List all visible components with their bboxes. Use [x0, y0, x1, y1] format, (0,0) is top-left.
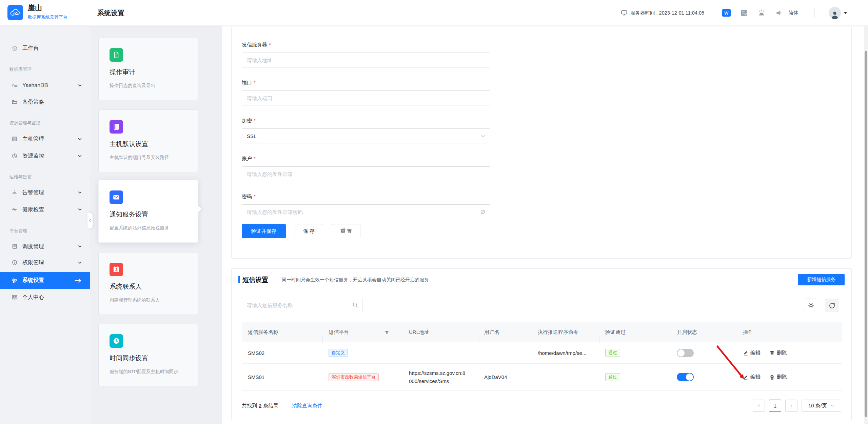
sliders-icon	[11, 278, 18, 284]
col-url: URL地址	[403, 329, 478, 336]
sidebar-item-permission-management[interactable]: 权限管理	[0, 255, 90, 271]
card-host-default-settings[interactable]: 主机默认设置 主机默认的端口号及安装路径	[98, 109, 198, 172]
cell-service-name: SMS02	[242, 350, 322, 356]
page-number-button[interactable]: 1	[769, 400, 781, 412]
card-operation-audit[interactable]: 操作审计 操作日志的查询及导出	[98, 38, 198, 100]
sidebar-item-host-management[interactable]: 主机管理	[0, 131, 90, 147]
sidebar-item-workbench[interactable]: 工作台	[0, 40, 90, 56]
verify-save-button[interactable]: 验证并保存	[242, 224, 286, 238]
cell-enabled	[671, 373, 737, 381]
sidebar-item-label: 工作台	[22, 45, 39, 52]
result-summary: 共找到 2 条结果	[242, 403, 278, 409]
sidebar-item-alert-management[interactable]: 告警管理	[0, 184, 90, 201]
col-actions: 操作	[737, 329, 842, 336]
enable-toggle[interactable]	[677, 349, 694, 357]
sidebar-item-resource-monitor[interactable]: 资源监控	[0, 148, 90, 164]
sidebar-item-personal-center[interactable]: 个人中心	[0, 289, 90, 305]
sidebar-item-system-settings[interactable]: 系统设置	[0, 272, 90, 289]
speaker-icon[interactable]	[775, 0, 783, 26]
sidebar-item-label: 系统设置	[22, 277, 44, 284]
filter-funnel-icon[interactable]	[384, 330, 389, 335]
smtp-server-input[interactable]	[242, 53, 490, 67]
contact-icon	[110, 263, 123, 276]
card-title: 系统联系人	[110, 282, 142, 291]
reset-button[interactable]: 重 置	[332, 224, 360, 238]
scrollbar-track[interactable]	[864, 26, 868, 424]
chevron-down-icon	[78, 207, 82, 212]
card-notification-service[interactable]: 通知服务设置 配置系统的站外信息推送服务	[98, 180, 198, 243]
sms-table-header: 短信服务名称 短信平台 URL地址 用户名 执行推送程序命令 验证通过 开启状态…	[242, 322, 842, 342]
clear-filter-link[interactable]: 清除查询条件	[292, 403, 322, 409]
checklist-icon[interactable]	[740, 0, 748, 26]
main-content: 发信服务器* 端口* 加密* SSL 账户* 密码*	[222, 26, 868, 424]
card-desc: 操作日志的查询及导出	[110, 83, 155, 89]
port-input[interactable]	[242, 90, 490, 105]
encryption-select[interactable]: SSL	[242, 128, 490, 143]
word-report-icon[interactable]: W	[722, 0, 731, 26]
sidebar-collapse-handle[interactable]	[87, 213, 93, 228]
edit-button[interactable]: 编辑	[743, 350, 761, 356]
sidebar-item-backup-policy[interactable]: 备份策略	[0, 94, 90, 110]
delete-button[interactable]: 删除	[769, 350, 787, 356]
save-button[interactable]: 保 存	[295, 224, 323, 238]
cell-verified: 通过	[599, 373, 671, 381]
sidebar-item-schedule-management[interactable]: 调度管理	[0, 238, 90, 255]
sms-search-input[interactable]	[242, 298, 362, 312]
user-menu[interactable]	[829, 0, 847, 26]
enable-toggle[interactable]	[677, 373, 694, 381]
sidebar-item-health-check[interactable]: 健康检查	[0, 201, 90, 218]
edit-button[interactable]: 编辑	[743, 374, 761, 380]
next-page-button[interactable]	[785, 400, 797, 412]
cell-platform: 自定义	[322, 349, 403, 357]
card-time-sync-settings[interactable]: 时间同步设置 服务端的NTP配置及主机时间同步	[98, 324, 198, 386]
trash-icon	[769, 350, 775, 356]
field-label-smtp-server: 发信服务器*	[242, 42, 271, 48]
chevron-down-icon	[78, 83, 82, 88]
card-system-contacts[interactable]: 系统联系人 创建和管理系统的联系人	[98, 252, 198, 315]
card-desc: 主机默认的端口号及安装路径	[110, 155, 169, 161]
field-label-password: 密码*	[242, 194, 256, 200]
eye-off-icon[interactable]	[480, 209, 486, 215]
pie-chart-icon	[11, 153, 18, 159]
prev-page-button[interactable]	[753, 400, 765, 412]
account-input[interactable]	[242, 166, 490, 181]
page-size-select[interactable]: 10 条/页	[802, 400, 841, 412]
brand-logo[interactable]	[7, 5, 23, 20]
column-settings-button[interactable]	[804, 299, 818, 312]
cell-command: /home/dawn/tmp/se...	[532, 350, 599, 356]
sidebar-item-label: 资源监控	[22, 153, 44, 160]
arrow-right-icon	[75, 278, 82, 283]
required-mark: *	[254, 156, 256, 161]
header-divider	[814, 8, 815, 18]
chevron-down-icon	[78, 261, 82, 265]
sidebar-item-label: 主机管理	[22, 136, 44, 143]
chevron-down-icon	[78, 244, 82, 249]
cell-actions: 编辑 删除	[737, 350, 842, 356]
col-verified: 验证通过	[599, 329, 671, 336]
add-sms-service-button[interactable]: 新增短信服务	[798, 274, 845, 285]
server-time-label: 服务器时间 : 2023-12-01 11:04:05	[630, 10, 704, 16]
mail-icon	[110, 190, 123, 204]
sidebar-item-label: 健康检查	[22, 206, 44, 213]
pulse-icon	[11, 206, 18, 213]
refresh-button[interactable]	[825, 299, 839, 312]
col-command: 执行推送程序命令	[532, 329, 599, 336]
page-title: 系统设置	[97, 8, 124, 18]
chevron-down-icon	[78, 154, 82, 158]
card-title: 主机默认设置	[110, 140, 148, 148]
alarm-siren-icon[interactable]	[758, 0, 765, 26]
required-mark: *	[269, 42, 271, 47]
sidebar-section-resources: 资源管理与监控	[9, 120, 40, 126]
yashandb-icon: Yas	[11, 83, 18, 87]
search-icon[interactable]	[352, 302, 358, 308]
sidebar-item-label: 个人中心	[22, 294, 44, 301]
cell-platform: 深圳市政数局短信平台	[322, 373, 403, 381]
language-switch[interactable]: 简体	[788, 0, 798, 26]
password-input[interactable]	[242, 204, 490, 219]
delete-button[interactable]: 删除	[769, 374, 787, 380]
scrollbar-thumb[interactable]	[865, 51, 867, 417]
required-mark: *	[254, 80, 256, 85]
sidebar-item-yashandb[interactable]: Yas YashanDB	[0, 77, 90, 94]
col-username: 用户名	[478, 329, 532, 336]
card-title: 通知服务设置	[110, 210, 148, 219]
